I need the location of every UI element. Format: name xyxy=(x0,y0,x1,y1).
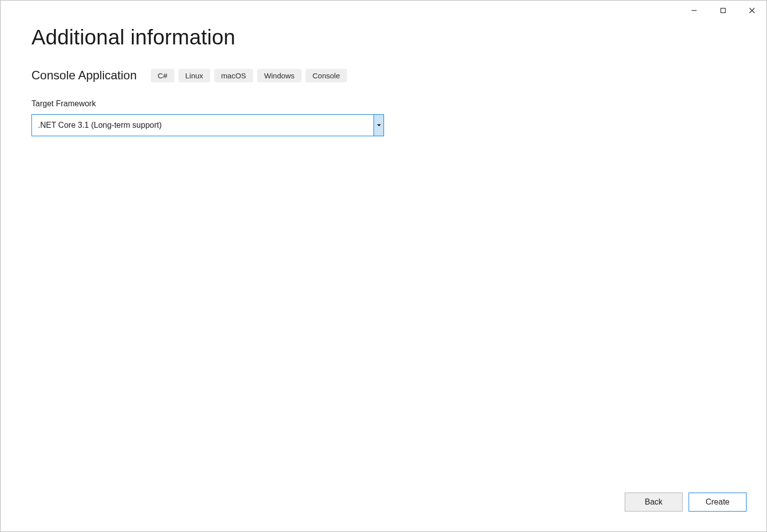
maximize-button[interactable] xyxy=(709,0,738,20)
template-tags: C# Linux macOS Windows Console xyxy=(151,69,347,82)
chevron-down-icon xyxy=(377,124,381,126)
template-tag: C# xyxy=(151,69,174,82)
window-titlebar xyxy=(680,0,767,20)
maximize-icon xyxy=(720,7,726,13)
close-button[interactable] xyxy=(738,0,767,20)
template-tag: macOS xyxy=(214,69,253,82)
dropdown-button[interactable] xyxy=(374,115,384,136)
create-button[interactable]: Create xyxy=(689,493,747,512)
template-tag: Windows xyxy=(257,69,302,82)
svg-rect-1 xyxy=(721,8,726,13)
minimize-button[interactable] xyxy=(680,0,709,20)
template-name: Console Application xyxy=(31,68,137,82)
template-header: Console Application C# Linux macOS Windo… xyxy=(31,68,736,82)
template-tag: Console xyxy=(306,69,347,82)
target-framework-selected: .NET Core 3.1 (Long-term support) xyxy=(32,115,374,136)
target-framework-label: Target Framework xyxy=(31,99,736,108)
page-title: Additional information xyxy=(31,25,736,49)
target-framework-dropdown[interactable]: .NET Core 3.1 (Long-term support) xyxy=(31,114,384,136)
close-icon xyxy=(749,7,755,13)
back-button[interactable]: Back xyxy=(625,493,683,512)
wizard-footer: Back Create xyxy=(625,493,747,512)
template-tag: Linux xyxy=(178,69,210,82)
minimize-icon xyxy=(691,7,697,13)
